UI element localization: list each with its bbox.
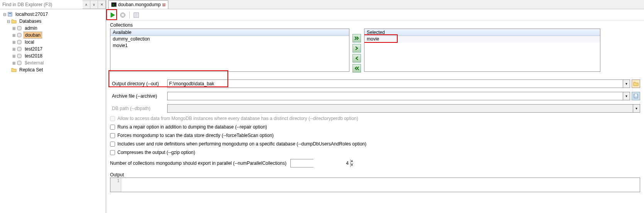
dropdown-arrow-icon[interactable]: ▼ (623, 80, 630, 88)
move-all-left-button[interactable] (353, 64, 361, 73)
repair-checkbox[interactable] (110, 125, 115, 130)
toggle-icon[interactable]: ⊟ (6, 19, 11, 24)
dumpusers-checkbox[interactable] (110, 142, 115, 147)
forcetablescan-label: Forces mongodump to scan the data store … (117, 133, 274, 138)
output-dir-input-wrap: ▼ (167, 79, 630, 88)
parallel-input[interactable] (291, 159, 350, 167)
archive-save-button[interactable] (632, 92, 640, 100)
toggle-icon[interactable]: ⊞ (12, 47, 16, 51)
forcetablescan-checkbox[interactable] (110, 133, 115, 138)
browse-folder-button[interactable] (632, 79, 640, 88)
list-item[interactable]: dummy_collection (110, 36, 349, 42)
server-icon (7, 11, 13, 17)
svg-rect-0 (8, 12, 12, 16)
db-tree[interactable]: ⊟ localhost:27017 ⊟ Databases ⊞ admin ⊞ … (0, 9, 106, 213)
run-button[interactable] (108, 11, 117, 19)
dumpusers-check-row[interactable]: Includes user and role definitions when … (110, 141, 640, 147)
tab-bar: >_ douban.mongodump ⊠ (106, 0, 644, 9)
find-input[interactable] (0, 0, 83, 9)
svg-text:>_: >_ (112, 3, 116, 7)
tree-db-external[interactable]: ⊞ $external (1, 59, 105, 66)
archive-input-wrap: ▼ (167, 92, 630, 100)
stop-button[interactable] (119, 11, 127, 19)
find-next-button[interactable]: ∨ (90, 0, 98, 9)
tree-db-test2017[interactable]: ⊞ test2017 (1, 46, 105, 52)
parallel-spinner[interactable]: ▲ ▼ (290, 159, 314, 167)
spin-down-button[interactable]: ▼ (351, 164, 353, 167)
output-label: Output (110, 172, 640, 178)
tree-replica-node[interactable]: ⊞ Replica Set (1, 66, 105, 73)
db-label: $external (24, 60, 45, 66)
archive-input[interactable] (168, 92, 623, 100)
parallel-label: Number of collections mongodump should e… (110, 161, 286, 166)
move-left-button[interactable] (353, 54, 361, 63)
tree-db-admin[interactable]: ⊞ admin (1, 25, 105, 32)
dbpath-input-wrap: ▼ (167, 104, 640, 113)
parallel-row: Number of collections mongodump should e… (110, 159, 640, 167)
close-icon[interactable]: ⊠ (162, 2, 166, 7)
db-label: test2017 (24, 46, 44, 52)
folder-icon (11, 18, 17, 24)
content-area: Collections Available dummy_collection m… (106, 21, 644, 213)
list-item[interactable]: movie1 (110, 42, 349, 49)
directoryperdb-checkbox (110, 116, 115, 121)
output-textarea[interactable]: 1 (110, 178, 640, 192)
folder-icon (11, 67, 17, 73)
output-dir-label: Output directory (--out) (110, 80, 167, 88)
available-listbox[interactable]: Available dummy_collection movie1 (110, 29, 349, 72)
spin-up-button[interactable]: ▲ (351, 159, 353, 164)
db-label: test2018 (24, 53, 44, 59)
output-dir-row: Output directory (--out) ▼ (110, 79, 640, 88)
selected-listbox[interactable]: Selected movie (364, 29, 600, 72)
dbpath-label: DB path (--dbpath) (110, 105, 167, 112)
dbpath-input (168, 105, 633, 112)
tab-title: douban.mongodump (118, 2, 161, 7)
collections-label: Collections (110, 22, 640, 28)
transfer-buttons (353, 29, 361, 73)
host-label: localhost:27017 (14, 11, 49, 17)
replica-label: Replica Set (18, 67, 44, 73)
main-panel: >_ douban.mongodump ⊠ Collections Availa… (106, 0, 644, 213)
move-all-right-button[interactable] (353, 34, 361, 42)
database-icon (16, 60, 22, 66)
toolbar (106, 9, 644, 21)
forcetablescan-check-row[interactable]: Forces mongodump to scan the data store … (110, 133, 640, 138)
db-label: admin (24, 25, 39, 31)
find-bar: ∧ ∨ ✕ (0, 0, 106, 9)
dropdown-arrow-icon: ▼ (633, 105, 640, 112)
tree-db-douban[interactable]: ⊞ douban (1, 32, 105, 39)
find-prev-button[interactable]: ∧ (83, 0, 90, 9)
list-item[interactable]: movie (364, 36, 600, 42)
toggle-icon[interactable]: ⊟ (2, 12, 7, 17)
repair-check-row[interactable]: Runs a repair option in addition to dump… (110, 124, 640, 130)
gzip-check-row[interactable]: Compresses the output (--gzip option) (110, 150, 640, 155)
output-dir-input[interactable] (168, 80, 623, 88)
tree-host-node[interactable]: ⊟ localhost:27017 (1, 11, 105, 18)
db-label: douban (24, 32, 42, 39)
directoryperdb-label: Allow to access data from MongoDB instan… (117, 116, 358, 121)
tab-mongodump[interactable]: >_ douban.mongodump ⊠ (108, 0, 168, 9)
toggle-icon[interactable]: ⊞ (12, 40, 16, 44)
db-label: local (24, 39, 36, 45)
toggle-icon[interactable]: ⊞ (12, 54, 16, 58)
gzip-checkbox[interactable] (110, 150, 115, 155)
toggle-icon[interactable]: ⊞ (12, 33, 16, 37)
database-icon (16, 53, 22, 59)
tree-db-test2018[interactable]: ⊞ test2018 (1, 52, 105, 59)
toggle-icon[interactable]: ⊞ (12, 26, 16, 30)
move-right-button[interactable] (353, 44, 361, 52)
find-close-button[interactable]: ✕ (98, 0, 106, 9)
database-icon (16, 46, 22, 52)
database-icon (16, 39, 22, 45)
dropdown-arrow-icon[interactable]: ▼ (623, 92, 630, 100)
gzip-label: Compresses the output (--gzip option) (117, 150, 195, 155)
log-button[interactable] (132, 11, 141, 19)
archive-label: Archive file (--archive) (110, 92, 167, 100)
db-explorer-panel: ∧ ∨ ✕ ⊟ localhost:27017 ⊟ Databases ⊞ ad… (0, 0, 106, 213)
tree-db-local[interactable]: ⊞ local (1, 39, 105, 46)
toggle-icon[interactable]: ⊞ (12, 61, 16, 65)
dumpusers-label: Includes user and role definitions when … (117, 141, 366, 147)
tree-databases-node[interactable]: ⊟ Databases (1, 18, 105, 25)
database-icon (16, 32, 22, 38)
database-icon (16, 25, 22, 31)
